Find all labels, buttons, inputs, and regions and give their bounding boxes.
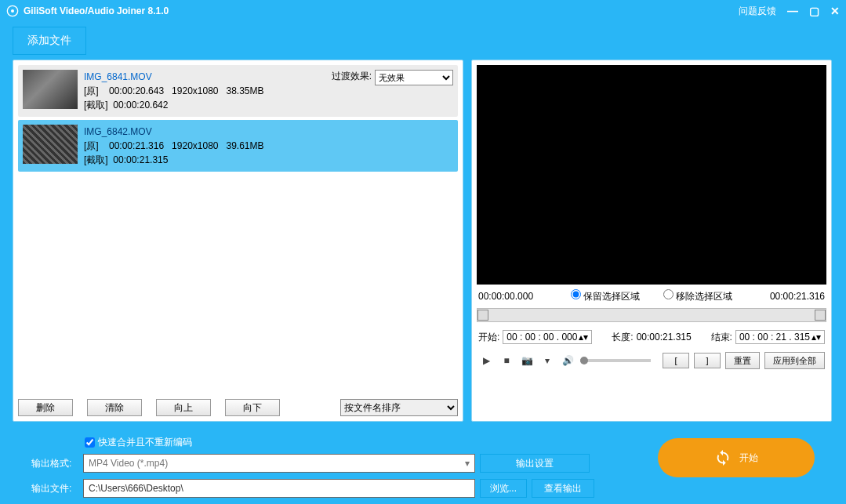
slider-handle-right[interactable] bbox=[815, 310, 826, 321]
file-item[interactable]: IMG_6841.MOV [原] 00:00:20.643 1920x1080 … bbox=[18, 65, 458, 117]
file-info: IMG_6841.MOV [原] 00:00:20.643 1920x1080 … bbox=[84, 70, 325, 112]
transition-label: 过渡效果: bbox=[332, 70, 372, 83]
add-file-button[interactable]: 添加文件 bbox=[13, 27, 86, 55]
stop-icon[interactable]: ■ bbox=[499, 353, 514, 368]
reset-button[interactable]: 重置 bbox=[725, 352, 760, 369]
titlebar[interactable]: GiliSoft Video/Audio Joiner 8.1.0 问题反馈 —… bbox=[0, 0, 846, 22]
sort-select[interactable]: 按文件名排序 bbox=[340, 399, 458, 416]
preview-time-end: 00:00:21.316 bbox=[770, 291, 825, 302]
file-name: IMG_6841.MOV bbox=[84, 70, 325, 84]
mark-out-button[interactable]: ] bbox=[694, 353, 721, 368]
video-preview[interactable] bbox=[477, 65, 826, 285]
clear-button[interactable]: 清除 bbox=[87, 399, 142, 416]
output-file-input[interactable] bbox=[83, 479, 475, 498]
end-time-input[interactable]: 00 : 00 : 21 . 315▴▾ bbox=[735, 330, 825, 344]
close-button[interactable]: ✕ bbox=[830, 5, 840, 16]
file-list: IMG_6841.MOV [原] 00:00:20.643 1920x1080 … bbox=[18, 65, 458, 391]
preview-time-start: 00:00:00.000 bbox=[478, 291, 533, 302]
refresh-icon bbox=[714, 449, 732, 466]
file-list-panel: IMG_6841.MOV [原] 00:00:20.643 1920x1080 … bbox=[13, 60, 463, 422]
file-item[interactable]: IMG_6842.MOV [原] 00:00:21.316 1920x1080 … bbox=[18, 120, 458, 172]
length-value: 00:00:21.315 bbox=[637, 332, 692, 343]
start-button[interactable]: 开始 bbox=[658, 438, 815, 477]
app-window: GiliSoft Video/Audio Joiner 8.1.0 问题反馈 —… bbox=[0, 0, 846, 504]
app-title: GiliSoft Video/Audio Joiner 8.1.0 bbox=[24, 5, 169, 16]
keep-region-radio[interactable]: 保留选择区域 bbox=[571, 289, 640, 303]
file-thumbnail bbox=[23, 70, 78, 109]
mark-in-button[interactable]: [ bbox=[663, 353, 689, 368]
view-output-button[interactable]: 查看输出 bbox=[532, 479, 594, 498]
start-time-input[interactable]: 00 : 00 : 00 . 000▴▾ bbox=[503, 330, 592, 344]
preview-panel: 00:00:00.000 保留选择区域 移除选择区域 00:00:21.316 … bbox=[471, 60, 832, 422]
output-format-select[interactable]: MP4 Video (*.mp4)▾ bbox=[83, 454, 475, 473]
file-name: IMG_6842.MOV bbox=[84, 125, 453, 139]
output-file-label: 输出文件: bbox=[31, 482, 78, 495]
feedback-link[interactable]: 问题反馈 bbox=[739, 5, 776, 18]
browse-button[interactable]: 浏览... bbox=[480, 479, 527, 498]
volume-slider[interactable] bbox=[580, 359, 651, 362]
chevron-down-icon: ▾ bbox=[465, 458, 470, 469]
fast-merge-label: 快速合并且不重新编码 bbox=[98, 436, 192, 449]
move-down-button[interactable]: 向下 bbox=[225, 399, 280, 416]
volume-icon[interactable]: 🔊 bbox=[560, 353, 575, 368]
remove-region-radio[interactable]: 移除选择区域 bbox=[663, 289, 732, 303]
svg-point-1 bbox=[11, 9, 14, 13]
range-slider[interactable] bbox=[477, 308, 826, 322]
slider-handle-left[interactable] bbox=[477, 310, 488, 321]
fullscreen-icon[interactable]: ▾ bbox=[539, 353, 555, 368]
transition-select[interactable]: 无效果 bbox=[375, 70, 453, 85]
file-thumbnail bbox=[23, 125, 78, 164]
play-icon[interactable]: ▶ bbox=[478, 353, 494, 368]
file-info: IMG_6842.MOV [原] 00:00:21.316 1920x1080 … bbox=[84, 125, 453, 167]
output-format-label: 输出格式: bbox=[31, 457, 78, 470]
move-up-button[interactable]: 向上 bbox=[156, 399, 211, 416]
minimize-button[interactable]: — bbox=[787, 5, 798, 16]
app-icon bbox=[6, 5, 19, 17]
snapshot-icon[interactable]: 📷 bbox=[519, 353, 535, 368]
maximize-button[interactable]: ▢ bbox=[809, 5, 819, 16]
output-settings-button[interactable]: 输出设置 bbox=[480, 454, 590, 473]
delete-button[interactable]: 删除 bbox=[18, 399, 73, 416]
fast-merge-checkbox[interactable] bbox=[85, 437, 95, 448]
apply-all-button[interactable]: 应用到全部 bbox=[764, 352, 825, 369]
